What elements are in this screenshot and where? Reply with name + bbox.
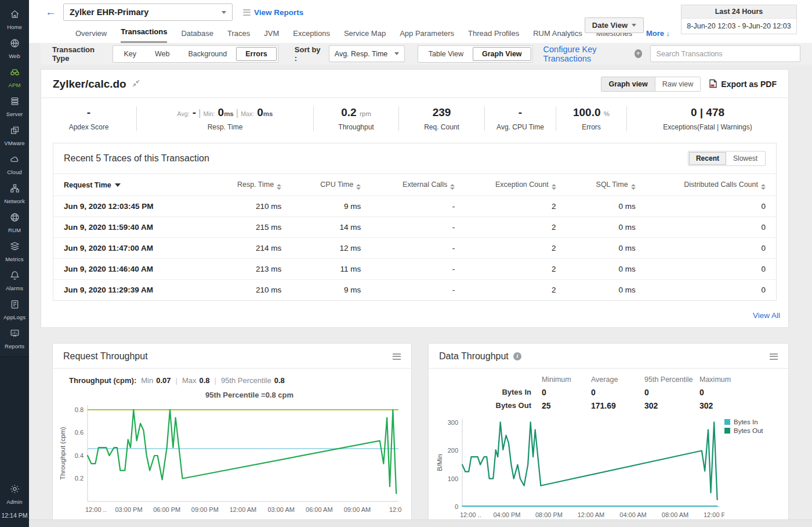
type-key-button[interactable]: Key: [114, 47, 146, 61]
time-range-box: Last 24 Hours 8-Jun-20 12:03 - 9-Jun-20 …: [681, 5, 797, 34]
sidebar-item-applogs[interactable]: AppLogs: [0, 295, 29, 324]
col-exception-count[interactable]: Exception Count: [465, 174, 566, 196]
table-row[interactable]: Jun 9, 2020 12:03:45 PM210 ms9 ms-20 ms0: [53, 196, 776, 217]
sidebar-item-label: Metrics: [5, 256, 23, 262]
sidebar-item-reports[interactable]: Reports: [0, 324, 29, 353]
sort-icon: [277, 184, 281, 190]
request-throughput-card: Request Throughput Throughput (cpm): Min…: [52, 343, 412, 527]
sidebar-lower: Admin 12:14 PM: [0, 357, 29, 527]
network-icon: [9, 183, 20, 196]
sidebar-item-vmware[interactable]: VMware: [0, 121, 29, 150]
back-arrow-icon[interactable]: ←: [45, 6, 56, 19]
col-sql-time[interactable]: SQL Time: [567, 174, 646, 196]
sidebar-item-label: Network: [4, 198, 25, 204]
stat-req-count: 239 Req. Count: [399, 106, 485, 131]
date-view-button[interactable]: Date View: [585, 17, 644, 33]
time-range-value[interactable]: 8-Jun-20 12:03 - 9-Jun-20 12:03: [682, 19, 796, 34]
view-reports-link[interactable]: View Reports: [243, 8, 303, 17]
stat-apdex-score: - Apdex Score: [41, 106, 137, 131]
bytes-in-swatch: [724, 419, 730, 425]
stat-avg-cpu-time: - Avg. CPU Time: [485, 106, 556, 131]
sidebar-item-cloud[interactable]: Cloud: [0, 150, 29, 179]
info-icon[interactable]: i: [513, 352, 521, 360]
sidebar-item-apm[interactable]: APM: [0, 63, 29, 92]
collapse-icon[interactable]: [132, 79, 140, 89]
chart-menu-icon[interactable]: [770, 353, 778, 360]
svg-text:04:00 AM: 04:00 AM: [619, 511, 646, 518]
tab-more[interactable]: More ↓: [646, 29, 670, 43]
stat-resp-time: Avg: -|Min: 0ms|Max: 0ms Resp. Time: [137, 106, 314, 131]
sidebar-item-network[interactable]: Network: [0, 179, 29, 208]
chart-menu-icon[interactable]: [393, 353, 401, 360]
horizontal-scrollbar[interactable]: [29, 519, 812, 527]
recent-traces-box: Recent 5 Traces of this Transaction Rece…: [53, 143, 777, 301]
chart-title: Data Throughput: [439, 351, 509, 362]
svg-text:12:00 AM: 12:00 AM: [578, 511, 604, 518]
table-view-button[interactable]: Table View: [419, 47, 473, 61]
sidebar-item-alarms[interactable]: Alarms: [0, 266, 29, 295]
vmware-icon: [9, 125, 20, 138]
reports-list-icon: [243, 9, 251, 16]
time-range-title: Last 24 Hours: [682, 5, 796, 19]
type-web-button[interactable]: Web: [146, 47, 179, 61]
sort-icon: [356, 184, 361, 190]
tab-database[interactable]: Database: [181, 29, 213, 43]
tab-rum-analytics[interactable]: RUM Analytics: [533, 29, 582, 43]
tab-transactions[interactable]: Transactions: [121, 27, 167, 43]
tab-traces[interactable]: Traces: [227, 29, 250, 43]
raw-view-mode-button[interactable]: Raw view: [655, 77, 701, 91]
sort-select[interactable]: Avg. Resp. Time: [329, 45, 405, 62]
sidebar-item-label: Web: [9, 53, 20, 59]
sidebar-item-home[interactable]: Home: [0, 5, 29, 34]
chart-legend: Bytes In Bytes Out: [724, 418, 763, 523]
svg-text:B/Min: B/Min: [436, 454, 443, 471]
data-throughput-chart: 010020030012:00 ..04:00 PM08:00 PM12:00 …: [434, 413, 724, 523]
export-pdf-button[interactable]: Export as PDF: [709, 79, 777, 90]
charts-section: Request Throughput Throughput (cpm): Min…: [52, 343, 800, 527]
sidebar-item-rum[interactable]: RUM: [0, 208, 29, 237]
transaction-type-label: Transaction Type: [52, 45, 104, 63]
table-row[interactable]: Jun 9, 2020 11:59:40 AM215 ms14 ms-20 ms…: [53, 217, 776, 238]
search-input[interactable]: [650, 45, 800, 62]
col-cpu-time[interactable]: CPU Time: [292, 174, 371, 196]
tab-overview[interactable]: Overview: [75, 29, 107, 43]
tab-jvm[interactable]: JVM: [264, 29, 279, 43]
sort-icon: [450, 184, 455, 190]
request-throughput-header: Request Throughput: [53, 344, 411, 369]
sidebar-item-admin[interactable]: Admin: [0, 479, 29, 508]
type-background-button[interactable]: Background: [179, 47, 237, 61]
table-row[interactable]: Jun 9, 2020 11:29:39 AM210 ms9 ms-20 ms0: [53, 280, 776, 301]
recent-button[interactable]: Recent: [689, 152, 726, 165]
slowest-button[interactable]: Slowest: [726, 152, 764, 165]
view-all-link[interactable]: View All: [753, 311, 780, 320]
application-selector[interactable]: Zylker EHR-Primary: [63, 3, 233, 21]
table-row[interactable]: Jun 9, 2020 11:46:40 AM213 ms11 ms-20 ms…: [53, 259, 776, 280]
tab-thread-profiles[interactable]: Thread Profiles: [468, 29, 519, 43]
type-errors-button[interactable]: Errors: [236, 47, 277, 61]
tab-service-map[interactable]: Service Map: [344, 29, 386, 43]
col-external-calls[interactable]: External Calls: [371, 174, 465, 196]
graph-view-button[interactable]: Graph View: [473, 47, 531, 61]
sidebar-item-label: VMware: [4, 140, 24, 146]
sidebar-item-metrics[interactable]: Metrics: [0, 237, 29, 266]
tab-app-parameters[interactable]: App Parameters: [400, 29, 454, 43]
col-request-time[interactable]: Request Time: [53, 174, 205, 196]
applogs-icon: [9, 299, 20, 312]
col-distributed-calls[interactable]: Distributed Calls Count: [646, 174, 776, 196]
chart-title: Request Throughput: [63, 351, 148, 362]
graph-view-mode-button[interactable]: Graph view: [601, 77, 655, 91]
svg-text:0.6: 0.6: [75, 429, 84, 436]
sort-icon: [761, 184, 766, 190]
content-area: Zylker/calc.do Graph view Raw view Expor…: [29, 64, 812, 527]
configure-key-transactions-link[interactable]: Configure Key Transactions +: [543, 45, 642, 63]
sidebar-item-web[interactable]: Web: [0, 34, 29, 63]
svg-text:06:00 AM: 06:00 AM: [306, 506, 332, 513]
table-row[interactable]: Jun 9, 2020 11:47:00 AM214 ms12 ms-20 ms…: [53, 238, 776, 259]
tab-exceptions[interactable]: Exceptions: [293, 29, 330, 43]
svg-text:03:00 PM: 03:00 PM: [115, 506, 142, 513]
svg-text:Throughput (cpm): Throughput (cpm): [59, 427, 66, 480]
col-resp-time[interactable]: Resp. Time: [205, 174, 292, 196]
sidebar-item-server[interactable]: Server: [0, 92, 29, 121]
svg-text:03:00 AM: 03:00 AM: [267, 506, 294, 513]
svg-text:04:00 PM: 04:00 PM: [493, 511, 520, 518]
